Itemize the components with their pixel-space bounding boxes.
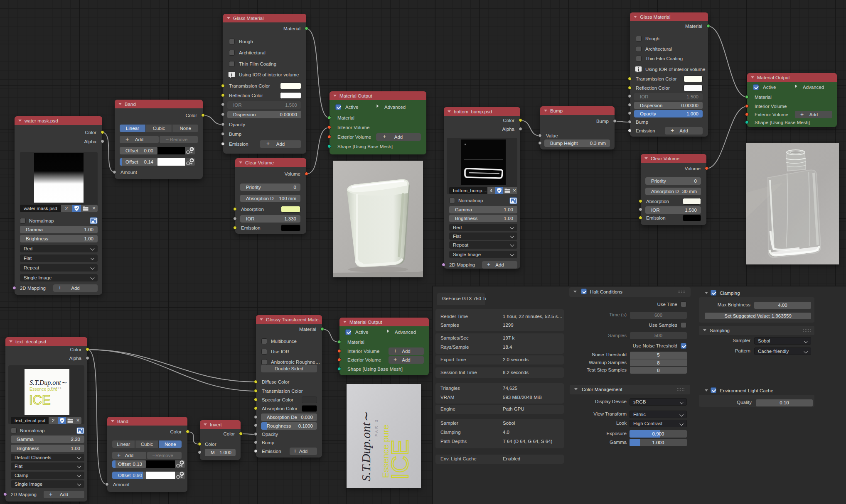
svg-text:PARIS: PARIS [374,418,379,437]
svg-text:ICE: ICE [29,393,51,407]
svg-text:ICE: ICE [386,440,413,480]
svg-text:Essence p.ure: Essence p.ure [30,387,57,391]
svg-text:S.T.Dup.ont∼: S.T.Dup.ont∼ [359,412,373,481]
svg-text:S.T.Dup.ont∼: S.T.Dup.ont∼ [30,379,67,387]
